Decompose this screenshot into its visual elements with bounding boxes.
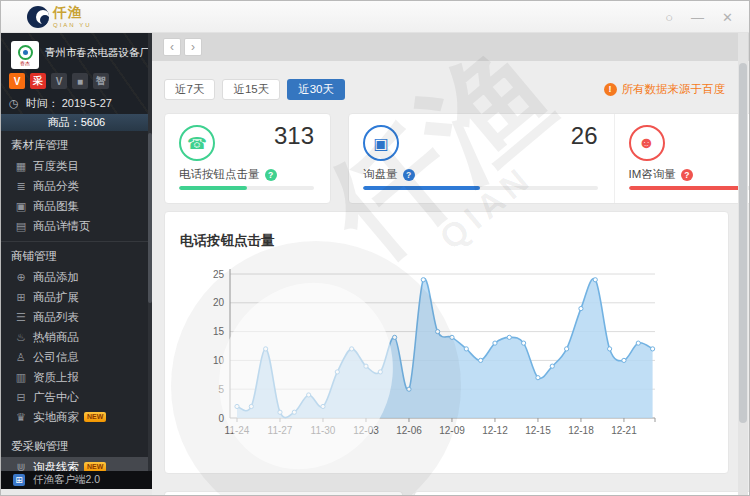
client-version: 仟渔客户端2.0	[33, 473, 100, 487]
im-consult-progress	[629, 186, 750, 190]
sidebar-menu: 素材库管理 ▦ 百度类目 ≣ 商品分类 ▣ 商品图集 ▤ 商品详情页	[1, 131, 152, 471]
svg-text:25: 25	[213, 269, 225, 280]
sidebar-item-product-detail[interactable]: ▤ 商品详情页	[1, 216, 152, 236]
person-icon: ♙	[14, 347, 28, 367]
window-controls: ○ — ✕	[665, 1, 733, 33]
detail-page-icon: ▤	[14, 216, 28, 236]
forward-button[interactable]: ›	[184, 38, 202, 56]
svg-text:11-30: 11-30	[311, 425, 336, 436]
tab-last-30-days[interactable]: 近30天	[287, 79, 345, 100]
inquiry-click-icon: ▣	[363, 125, 399, 161]
section-material-mgmt: 素材库管理	[1, 131, 152, 156]
help-icon[interactable]: ?	[681, 169, 693, 181]
svg-text:11-27: 11-27	[268, 425, 293, 436]
sidebar-item-hot-products[interactable]: ♨ 热销商品	[1, 327, 152, 347]
sidebar: 春杰 青州市春杰电器设备厂 V 采 V ■ 智 ◷ 时间： 2019-5-27 …	[1, 33, 152, 489]
badge-v2-icon[interactable]: V	[51, 73, 67, 89]
badge-cai-icon[interactable]: 采	[30, 73, 46, 89]
extend-icon: ⊞	[14, 287, 28, 307]
grid-icon: ▦	[14, 156, 28, 176]
product-count-bar: 商品：5606	[1, 114, 152, 131]
sidebar-scrollbar[interactable]	[148, 33, 152, 489]
sidebar-item-product-extend[interactable]: ⊞ 商品扩展	[1, 287, 152, 307]
minimize-icon[interactable]: —	[691, 10, 704, 25]
inquiry-progress	[363, 186, 598, 190]
peek-card	[414, 491, 750, 496]
service-badges: V 采 V ■ 智	[9, 73, 109, 89]
badge-zhi-icon[interactable]: 智	[93, 73, 109, 89]
time-label: 时间：	[26, 97, 59, 109]
sidebar-item-ad-center[interactable]: ⊟ 广告中心	[1, 387, 152, 407]
client-icon: ⊞	[13, 474, 25, 486]
add-circle-icon: ⊕	[14, 267, 28, 287]
svg-text:12-06: 12-06	[396, 425, 422, 436]
sidebar-item-product-category[interactable]: ≣ 商品分类	[1, 176, 152, 196]
app-window: 仟渔 QIAN YU ○ — ✕ 春杰 青州市春杰电器设备厂 V 采 V ■ 智	[0, 0, 750, 496]
date-range-tabs: 近7天 近15天 近30天	[164, 79, 345, 100]
help-icon[interactable]: ?	[265, 169, 277, 181]
company-name: 青州市春杰电器设备厂	[45, 46, 147, 60]
phone-clicks-label: 电话按钮点击量	[179, 167, 260, 182]
theme-icon[interactable]: ○	[665, 10, 673, 25]
sidebar-item-local-merchant[interactable]: ♛ 实地商家NEW	[1, 407, 152, 427]
peek-card	[164, 491, 403, 496]
tab-last-15-days[interactable]: 近15天	[222, 79, 280, 100]
svg-text:0: 0	[218, 413, 224, 424]
close-icon[interactable]: ✕	[722, 10, 733, 25]
brand: 仟渔 QIAN YU	[53, 5, 92, 32]
app-logo-icon	[27, 6, 49, 28]
layers-icon: ≣	[14, 176, 28, 196]
tab-last-7-days[interactable]: 近7天	[164, 79, 215, 100]
document-icon: ▥	[14, 367, 28, 387]
svg-text:20: 20	[213, 297, 225, 308]
leads-icon: ⋓	[14, 457, 28, 471]
im-users-icon: ☻	[629, 125, 665, 161]
company-logo-icon	[18, 45, 33, 60]
svg-text:11-24: 11-24	[225, 425, 250, 436]
time-value: 2019-5-27	[62, 97, 112, 109]
product-label: 商品：	[48, 116, 81, 128]
titlebar: 仟渔 QIAN YU ○ — ✕	[1, 1, 750, 33]
time-row: ◷ 时间： 2019-5-27	[9, 96, 112, 111]
section-shop-mgmt: 商铺管理	[1, 242, 152, 267]
notice-text: 所有数据来源于百度	[622, 82, 726, 97]
new-badge: NEW	[84, 412, 106, 422]
sidebar-scroll-thumb[interactable]	[148, 133, 152, 303]
badge-v-icon[interactable]: V	[9, 73, 25, 89]
phone-clicks-value: 313	[274, 122, 314, 150]
main-scroll-thumb[interactable]	[739, 63, 747, 423]
phone-icon: ☎	[179, 125, 215, 161]
sidebar-item-product-gallery[interactable]: ▣ 商品图集	[1, 196, 152, 216]
nav-strip: ‹ ›	[152, 33, 749, 61]
flame-icon: ♨	[14, 327, 28, 347]
svg-text:12-09: 12-09	[439, 425, 465, 436]
main-scrollbar[interactable]	[738, 33, 748, 495]
sidebar-item-product-add[interactable]: ⊕ 商品添加	[1, 267, 152, 287]
brand-name: 仟渔	[53, 4, 83, 20]
phone-clicks-progress	[179, 186, 314, 190]
data-source-notice: ! 所有数据来源于百度	[604, 82, 726, 97]
company-logo: 春杰	[11, 41, 39, 69]
svg-text:5: 5	[218, 384, 224, 395]
chart-title: 电话按钮点击量	[180, 232, 275, 250]
company-logo-text: 春杰	[20, 60, 30, 66]
svg-text:12-03: 12-03	[353, 425, 379, 436]
svg-text:12-21: 12-21	[611, 425, 637, 436]
help-icon[interactable]: ?	[403, 169, 415, 181]
main-area: ‹ › 近7天 近15天 近30天 ! 所有数据来源于百度 ☎ 313 电话按钮…	[152, 33, 749, 495]
svg-text:12-15: 12-15	[525, 425, 551, 436]
product-count: 5606	[81, 116, 105, 128]
call-clicks-area-chart: 051015202511-2411-2711-3012-0312-0612-09…	[182, 260, 722, 455]
stat-card-inquiries: ▣ 26 询盘量 ? ☻ 2	[348, 113, 750, 204]
stat-card-phone-clicks: ☎ 313 电话按钮点击量 ?	[164, 113, 331, 204]
im-consult-label: IM咨询量	[629, 167, 676, 182]
sidebar-item-inquiry-leads[interactable]: ⋓ 询盘线索NEW	[1, 457, 152, 471]
sidebar-item-company-info[interactable]: ♙ 公司信息	[1, 347, 152, 367]
svg-text:12-18: 12-18	[568, 425, 594, 436]
sidebar-item-qualification[interactable]: ▥ 资质上报	[1, 367, 152, 387]
back-button[interactable]: ‹	[163, 38, 181, 56]
sidebar-item-product-list[interactable]: ☰ 商品列表	[1, 307, 152, 327]
sidebar-item-baidu-category[interactable]: ▦ 百度类目	[1, 156, 152, 176]
inquiry-label: 询盘量	[363, 167, 398, 182]
badge-box-icon[interactable]: ■	[72, 73, 88, 89]
